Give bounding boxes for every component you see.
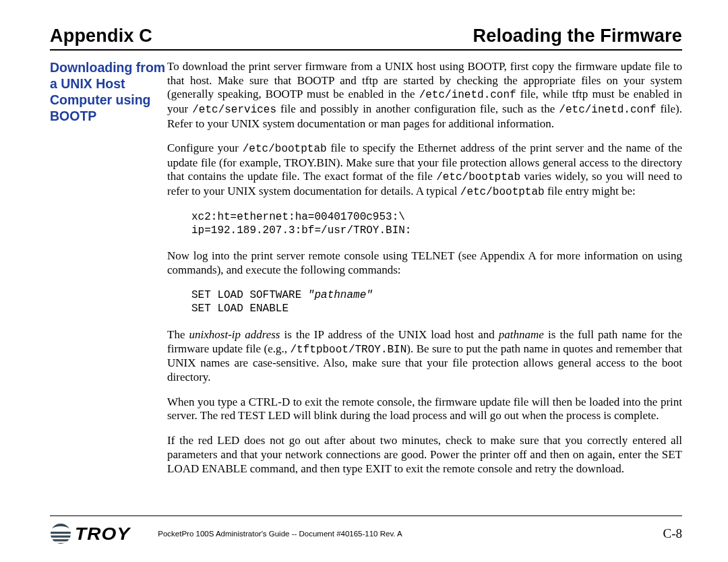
para-5: When you type a CTRL-D to exit the remot… [167,396,682,423]
inline-code: /etc/bootptab [460,186,545,198]
header-right: Reloading the Firmware [473,26,682,46]
para-3: Now log into the print server remote con… [167,249,682,277]
text: file and possibly in another configurati… [276,102,559,115]
code-block-1: xc2:ht=ethernet:ha=00401700c953:\ ip=192… [191,210,682,238]
text: file entry might be: [545,185,636,197]
page-number: C-8 [663,526,683,541]
code-text: SET LOAD ENABLE [191,303,289,315]
footer-rule [50,516,682,516]
code-text: SET LOAD SOFTWARE [191,289,308,301]
page-body: Downloading from a UNIX Host Computer us… [50,60,682,487]
brand-logo: TROY [50,523,128,544]
text: Configure your [167,142,243,154]
section-heading: Downloading from a UNIX Host Computer us… [50,60,167,487]
header-left: Appendix C [50,26,152,46]
text: is the IP address of the UNIX load host … [280,328,498,341]
svg-rect-3 [50,536,71,538]
globe-stripes-icon [50,523,71,544]
para-2: Configure your /etc/bootptab file to spe… [167,142,682,199]
header-rule [50,49,682,51]
inline-code: /etc/inetd.conf [419,89,516,101]
para-4: The unixhost-ip address is the IP addres… [167,328,682,385]
svg-rect-5 [50,543,71,544]
document-page: Appendix C Reloading the Firmware Downlo… [0,0,728,562]
page-footer: TROY PocketPro 100S Administrator's Guid… [50,516,682,544]
main-content: To download the print server firmware fr… [167,60,682,487]
code-block-2: SET LOAD SOFTWARE "pathname" SET LOAD EN… [191,288,682,316]
inline-italic: pathname [499,328,544,341]
svg-rect-2 [50,532,71,534]
inline-code: /tftpboot/TROY.BIN [290,344,406,356]
para-6: If the red LED does not go out after abo… [167,434,682,476]
svg-rect-4 [50,539,71,541]
footer-doc-info: PocketPro 100S Administrator's Guide -- … [158,530,663,538]
footer-row: TROY PocketPro 100S Administrator's Guid… [50,523,682,544]
inline-code: /etc/bootptab [436,171,520,183]
inline-italic: unixhost-ip address [189,328,280,341]
inline-code: /etc/bootptab [243,143,327,155]
inline-code: /etc/inetd.conf [559,104,656,116]
text: The [167,328,189,341]
para-1: To download the print server firmware fr… [167,60,682,131]
brand-wordmark: TROY [75,524,130,544]
page-header: Appendix C Reloading the Firmware [50,26,682,46]
inline-code: /etc/services [192,104,276,116]
code-italic: "pathname" [308,289,373,301]
